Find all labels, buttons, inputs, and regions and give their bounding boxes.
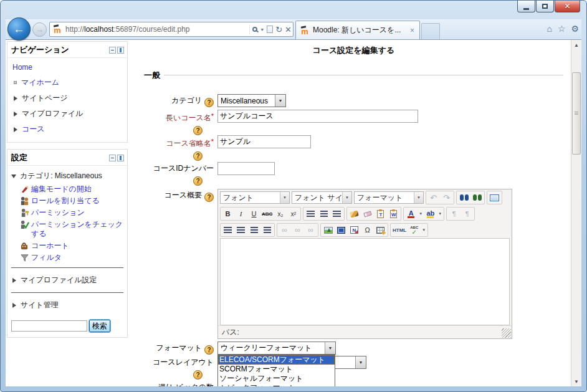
align-center-icon[interactable] (317, 208, 330, 220)
font-size-select[interactable]: フォント サイズ▼ (292, 191, 352, 204)
minimize-button[interactable] (517, 1, 535, 12)
underline-button[interactable]: U (247, 208, 260, 220)
myhome-link[interactable]: マイホーム (21, 77, 59, 88)
text-color-icon[interactable]: A (404, 208, 418, 220)
bold-button[interactable]: B (221, 208, 234, 220)
browser-tab[interactable]: m Moodle: 新しいコースを... × (295, 21, 420, 39)
help-icon[interactable]: ? (204, 345, 214, 355)
sidebar-item-myhome[interactable]: マイホーム (11, 75, 123, 90)
sitepages-label[interactable]: サイトページ (22, 93, 67, 103)
select-arrow-icon[interactable]: ▼ (325, 342, 335, 354)
section-label[interactable]: マイプロファイル設定 (21, 275, 97, 285)
expand-arrow-icon[interactable] (14, 127, 17, 132)
editor-content-area[interactable] (220, 238, 510, 325)
scroll-down-icon[interactable]: ▼ (571, 376, 581, 386)
fullname-input[interactable] (217, 110, 418, 123)
collapse-block-icon[interactable] (109, 155, 116, 161)
scroll-up-icon[interactable]: ▲ (571, 40, 581, 50)
forward-button[interactable]: → (32, 22, 47, 37)
insert-table-icon[interactable] (374, 224, 387, 236)
sidebar-item-home[interactable]: Home (11, 61, 123, 75)
redo-icon[interactable]: ↷ (440, 191, 453, 204)
sidebar-item-myprofile[interactable]: マイプロファイル (11, 106, 123, 122)
sidebar-item-courses[interactable]: コース (11, 122, 123, 137)
item-label[interactable]: パーミッション (31, 208, 85, 218)
tools-gear-icon[interactable]: ⚙ (571, 24, 579, 34)
help-icon[interactable]: ? (204, 98, 214, 107)
search-icon[interactable] (252, 27, 257, 32)
spellcheck-icon[interactable]: ABC✓ (408, 224, 421, 236)
vertical-scrollbar[interactable]: ▲ ▼ (571, 40, 581, 386)
sidebar-item-myprofile-settings[interactable]: マイプロファイル設定 (11, 272, 123, 289)
insert-image-icon[interactable] (322, 224, 335, 236)
dropdown-item[interactable]: ソーシャルフォーマット (218, 374, 335, 383)
stop-icon[interactable]: ✕ (285, 25, 292, 34)
url-text[interactable]: http://localhost:56897/course/edit.php (65, 25, 249, 34)
item-label[interactable]: 編集モードの開始 (31, 184, 92, 194)
special-character-icon[interactable]: Ω (361, 224, 374, 236)
shortname-input[interactable] (217, 135, 311, 148)
select-arrow-icon[interactable]: ▼ (275, 95, 285, 107)
editor-resize-grip[interactable] (502, 328, 511, 338)
home-icon[interactable]: ⌂ (546, 24, 551, 34)
find-icon[interactable] (457, 191, 470, 204)
undo-icon[interactable]: ↶ (427, 191, 440, 204)
refresh-icon[interactable]: ↻ (275, 25, 282, 34)
courses-link[interactable]: コース (22, 124, 45, 135)
dropdown-item[interactable]: トピックフォーマット (218, 383, 335, 386)
paragraph-format-select[interactable]: フォーマット▼ (354, 191, 424, 204)
sidebar-item-filters[interactable]: フィルタ (11, 252, 123, 264)
back-button[interactable]: ← (7, 17, 31, 41)
select-arrow-icon[interactable]: ▼ (280, 192, 289, 203)
italic-button[interactable]: I (234, 208, 247, 220)
text-color-caret-icon[interactable]: ▼ (418, 208, 424, 220)
section-label[interactable]: サイト管理 (21, 300, 59, 310)
title-bar[interactable]: ✕ (1, 1, 586, 19)
collapse-arrow-icon[interactable] (11, 174, 16, 178)
collapse-block-icon[interactable] (109, 47, 116, 54)
dock-block-icon[interactable] (117, 155, 124, 161)
favorites-star-icon[interactable]: ☆ (558, 24, 566, 34)
find-replace-icon[interactable] (470, 191, 484, 204)
admin-search-input[interactable] (11, 320, 87, 332)
numbered-list-icon[interactable] (234, 224, 247, 236)
sidebar-item-sitepages[interactable]: サイトページ (11, 90, 123, 106)
insert-media-icon[interactable] (335, 224, 348, 236)
fullscreen-icon[interactable] (488, 191, 501, 204)
category-node-label[interactable]: カテゴリ: Miscellaneous (20, 171, 102, 181)
dropdown-item[interactable]: ELECOA/SCORMフォーマット (218, 355, 335, 365)
expand-arrow-icon[interactable] (12, 278, 16, 283)
expand-arrow-icon[interactable] (12, 303, 16, 308)
select-arrow-icon[interactable]: ▼ (414, 192, 423, 203)
select-arrow-icon[interactable]: ▼ (342, 192, 351, 203)
item-label[interactable]: フィルタ (31, 253, 62, 262)
sidebar-item-turn-editing-on[interactable]: 編集モードの開始 (11, 183, 123, 195)
admin-search-button[interactable]: 検索 (89, 320, 110, 332)
rtl-direction-icon[interactable]: ¶ (461, 208, 474, 220)
nonbreaking-space-icon[interactable]: N (348, 224, 361, 236)
strikethrough-button[interactable]: ABC (260, 208, 274, 220)
compatibility-view-icon[interactable] (267, 26, 273, 33)
myprofile-label[interactable]: マイプロファイル (22, 108, 83, 119)
help-icon[interactable]: ? (193, 370, 203, 380)
highlight-color-icon[interactable]: ab (424, 208, 437, 220)
spellcheck-caret-icon[interactable]: ▼ (421, 224, 427, 236)
paste-word-icon[interactable]: W (387, 208, 400, 220)
help-icon[interactable]: ? (193, 176, 203, 186)
subscript-button[interactable]: x₂ (274, 208, 287, 220)
address-bar[interactable]: m http://localhost:56897/course/edit.php… (49, 22, 294, 37)
expand-arrow-icon[interactable] (14, 112, 17, 117)
settings-category-node[interactable]: カテゴリ: Miscellaneous (11, 169, 123, 183)
item-label[interactable]: ロールを割り当てる (31, 196, 100, 206)
item-label[interactable]: パーミッションをチェックする (31, 220, 123, 239)
superscript-button[interactable]: x² (287, 208, 300, 220)
expand-arrow-icon[interactable] (14, 96, 17, 101)
bullet-list-icon[interactable] (221, 224, 234, 236)
prevent-autolink-icon[interactable]: ∞ (304, 224, 317, 236)
ltr-direction-icon[interactable]: ¶ (447, 208, 461, 220)
highlight-color-caret-icon[interactable]: ▼ (437, 208, 443, 220)
scrollbar-thumb[interactable] (572, 72, 581, 155)
indent-icon[interactable] (260, 224, 274, 236)
category-select[interactable]: Miscellaneous ▼ (217, 94, 286, 107)
html-source-button[interactable]: HTML (391, 224, 408, 236)
